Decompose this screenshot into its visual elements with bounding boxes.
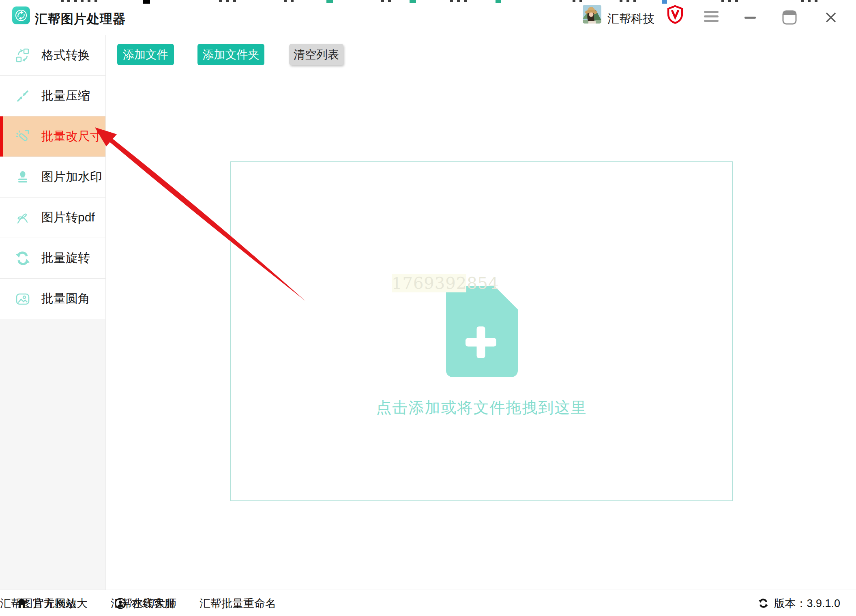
sidebar-item-label: 图片转pdf: [41, 209, 95, 226]
edge-fragment: [620, 0, 622, 2]
edge-fragment: [226, 0, 229, 2]
edge-fragment: [233, 0, 236, 2]
edge-fragment: [81, 0, 84, 2]
version-text: 版本：3.9.1.0: [774, 596, 840, 611]
menu-icon[interactable]: [704, 11, 719, 24]
toolbar: 添加文件 添加文件夹 清空列表: [106, 35, 856, 72]
brand-name: 汇帮科技: [607, 11, 654, 27]
edge-fragment: [801, 0, 804, 2]
dropzone-hint: 点击添加或将文件拖拽到这里: [231, 397, 732, 418]
edge-fragment: [381, 0, 384, 2]
sidebar-item-label: 格式转换: [41, 47, 90, 64]
edge-fragment: [496, 0, 501, 3]
edge-fragment: [626, 0, 629, 2]
app-logo-icon: [12, 6, 30, 24]
edge-fragment: [74, 0, 77, 2]
avatar: [583, 5, 601, 24]
edge-fragment: [808, 0, 811, 2]
edge-fragment: [94, 0, 97, 2]
edge-fragment: [67, 0, 70, 2]
sidebar-item-batch-compress[interactable]: 批量压缩: [0, 76, 105, 116]
edge-fragment: [728, 0, 731, 2]
sidebar: 格式转换 批量压缩 批量改尺寸 图片加水印 图片转pdf 批量旋转 批量圆角: [0, 35, 106, 590]
app-window: 汇帮图片处理器 汇帮科技: [0, 0, 856, 616]
app-title: 汇帮图片处理器: [35, 11, 126, 28]
edge-fragment: [450, 0, 453, 2]
edge-fragment: [457, 0, 460, 2]
sidebar-item-batch-resize[interactable]: 批量改尺寸: [0, 116, 105, 157]
maximize-button[interactable]: [782, 9, 797, 25]
sidebar-item-label: 批量改尺寸: [41, 128, 102, 145]
stamp-icon: [15, 169, 31, 185]
footer-product-link-2[interactable]: 汇帮批量重命名: [200, 596, 276, 611]
edge-fragment: [326, 0, 333, 3]
edge-fragment: [735, 0, 738, 2]
file-dropzone[interactable]: 1769392854 点击添加或将文件拖拽到这里: [230, 161, 733, 501]
convert-icon: [15, 47, 31, 64]
minimize-button[interactable]: [744, 17, 756, 19]
edge-fragment: [143, 0, 150, 4]
edge-fragment: [284, 0, 287, 2]
sidebar-item-format-convert[interactable]: 格式转换: [0, 35, 105, 76]
titlebar: 汇帮图片处理器 汇帮科技: [0, 0, 856, 35]
edge-fragment: [291, 0, 294, 2]
edge-fragment: [219, 0, 222, 2]
footer: 官方网站 在线客服 汇帮图片无损放大汇帮水印大师汇帮批量重命名 版本：3.9.1…: [0, 590, 856, 616]
sidebar-item-image-watermark[interactable]: 图片加水印: [0, 157, 105, 197]
refresh-icon: [758, 598, 769, 609]
add-file-button[interactable]: 添加文件: [117, 44, 174, 65]
add-file-icon: [446, 286, 518, 377]
sidebar-item-image-to-pdf[interactable]: 图片转pdf: [0, 197, 105, 238]
edge-fragment: [579, 0, 582, 2]
add-folder-button[interactable]: 添加文件夹: [197, 44, 264, 65]
close-button[interactable]: [824, 10, 838, 24]
top-edge-artifacts: [0, 0, 856, 4]
rounded-image-icon: [15, 291, 31, 307]
edge-fragment: [410, 0, 416, 3]
home-icon: [16, 598, 28, 609]
edge-fragment: [61, 0, 64, 2]
edge-fragment: [88, 0, 90, 2]
sidebar-item-label: 批量压缩: [41, 88, 90, 104]
edge-fragment: [633, 0, 636, 2]
watermark-text: 1769392854: [392, 274, 466, 292]
clear-list-button[interactable]: 清空列表: [289, 44, 343, 65]
resize-wand-icon: [15, 129, 31, 145]
sidebar-item-label: 图片加水印: [41, 169, 102, 185]
sidebar-item-label: 批量旋转: [41, 250, 90, 266]
rotate-icon: [15, 250, 31, 266]
footer-link-online-support[interactable]: 在线客服: [115, 590, 175, 616]
edge-fragment: [388, 0, 391, 2]
edge-fragment: [464, 0, 467, 2]
edge-fragment: [815, 0, 817, 2]
support-person-icon: [115, 598, 126, 609]
compress-icon: [15, 88, 31, 104]
edge-fragment: [662, 0, 667, 4]
sidebar-item-batch-rotate[interactable]: 批量旋转: [0, 238, 105, 279]
main-area: 1769392854 点击添加或将文件拖拽到这里: [106, 72, 856, 590]
brand-badge-icon: [667, 5, 684, 24]
sidebar-item-label: 批量圆角: [41, 290, 90, 307]
sidebar-item-batch-round-corner[interactable]: 批量圆角: [0, 279, 105, 319]
footer-link-official-site[interactable]: 官方网站: [16, 590, 77, 616]
pdf-icon: [15, 210, 31, 226]
version-check[interactable]: 版本：3.9.1.0: [758, 590, 840, 616]
edge-fragment: [573, 0, 575, 2]
edge-fragment: [721, 0, 724, 2]
